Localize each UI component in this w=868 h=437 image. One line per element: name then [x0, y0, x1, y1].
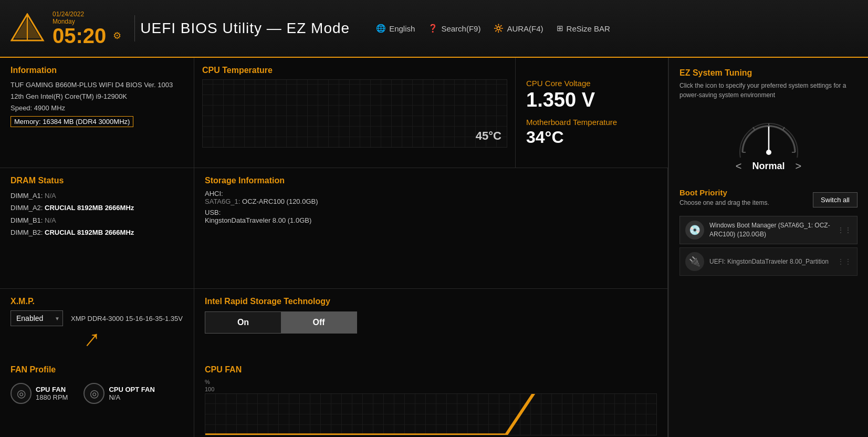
fan-row: FAN Profile ◎ CPU FAN 1880 RPM ◎ CPU OPT… — [0, 357, 668, 437]
system-info-section: Information TUF GAMING B660M-PLUS WIFI D… — [0, 58, 194, 168]
irst-title: Intel Rapid Storage Technology — [205, 297, 657, 306]
dram-title: DRAM Status — [11, 176, 183, 185]
cpu-fan-info: CPU FAN 1880 RPM — [36, 386, 68, 401]
fan-profile-title: FAN Profile — [11, 365, 183, 374]
storage-title: Storage Information — [205, 176, 657, 185]
tuning-mode-label: Normal — [752, 161, 785, 172]
ez-tuning-desc: Click the icon to specify your preferred… — [679, 81, 857, 100]
xmp-row: Enabled Disabled XMP DDR4-3000 15-16-16-… — [11, 310, 183, 326]
boot-item-text-1: UEFI: KingstonDataTraveler 8.00_Partitio… — [709, 257, 832, 266]
storage-usb-label: USB: — [205, 209, 657, 216]
cpu-fan-rpm: 1880 RPM — [36, 393, 68, 401]
boot-disk-icon-1: 🔌 — [685, 252, 704, 271]
speed-info: Speed: 4900 MHz — [11, 102, 183, 114]
search-icon: ❓ — [428, 24, 438, 33]
cpu-fan-name: CPU FAN — [36, 386, 68, 393]
xmp-section: X.M.P. Enabled Disabled XMP DDR4-3000 15… — [0, 289, 194, 357]
board-info: TUF GAMING B660M-PLUS WIFI D4 BIOS Ver. … — [11, 79, 183, 91]
resize-label: ReSize BAR — [567, 24, 610, 33]
boot-item-text-0: Windows Boot Manager (SATA6G_1: OCZ-ARC1… — [709, 221, 832, 239]
irst-section: Intel Rapid Storage Technology On Off — [194, 289, 668, 357]
cpu-fan-percent-label: % — [205, 379, 657, 385]
ez-tuning-section: EZ System Tuning Click the icon to speci… — [679, 68, 857, 183]
dram-b1: DIMM_B1: N/A — [11, 214, 183, 226]
dram-a1: DIMM_A1: N/A — [11, 190, 183, 202]
boot-title-group: Boot Priority Choose one and drag the it… — [679, 188, 769, 212]
aura-label: AURA(F4) — [507, 24, 543, 33]
bottom-row: X.M.P. Enabled Disabled XMP DDR4-3000 15… — [0, 289, 668, 357]
tuning-prev-button[interactable]: < — [736, 160, 742, 172]
cpu-fan-title: CPU FAN — [205, 365, 657, 374]
switch-all-button[interactable]: Switch all — [813, 192, 857, 207]
search-label: Search(F9) — [441, 24, 480, 33]
globe-icon: 🌐 — [376, 24, 386, 33]
xmp-profile-desc: XMP DDR4-3000 15-16-16-35-1.35V — [71, 315, 183, 322]
ez-tuning-title: EZ System Tuning — [679, 68, 857, 78]
xmp-select-wrap[interactable]: Enabled Disabled — [11, 310, 63, 326]
right-panel: EZ System Tuning Click the icon to speci… — [668, 58, 868, 437]
cpu-fan-y-max: 100 — [205, 386, 657, 392]
xmp-title: X.M.P. — [11, 297, 183, 306]
mb-temp-title: Motherboard Temperature — [526, 118, 657, 127]
svg-point-6 — [766, 150, 771, 155]
aura-button[interactable]: 🔆 AURA(F4) — [494, 24, 543, 33]
tuning-next-button[interactable]: > — [796, 160, 802, 172]
tuning-gauge[interactable] — [732, 110, 806, 158]
cpu-temp-section: CPU Temperature 45°C — [194, 58, 516, 168]
xmp-select[interactable]: Enabled Disabled — [11, 310, 63, 326]
mb-temp-value: 34°C — [526, 128, 657, 147]
bios-title: UEFI BIOS Utility — EZ Mode — [140, 20, 350, 36]
cpu-temp-title: CPU Temperature — [202, 66, 507, 75]
fan-profile-section: FAN Profile ◎ CPU FAN 1880 RPM ◎ CPU OPT… — [0, 357, 194, 437]
asus-logo — [11, 13, 45, 44]
search-button[interactable]: ❓ Search(F9) — [428, 24, 480, 33]
cpu-opt-fan-name: CPU OPT FAN — [109, 386, 154, 393]
settings-icon[interactable]: ⚙ — [113, 30, 121, 41]
boot-priority-section: Boot Priority Choose one and drag the it… — [679, 188, 857, 279]
boot-item-1[interactable]: 🔌 UEFI: KingstonDataTraveler 8.00_Partit… — [679, 247, 857, 276]
irst-on-button[interactable]: On — [205, 312, 281, 333]
irst-off-button[interactable]: Off — [281, 312, 357, 333]
main-content: Information TUF GAMING B660M-PLUS WIFI D… — [0, 58, 868, 437]
tuning-nav: < Normal > — [679, 160, 857, 172]
cpu-fan-chart — [205, 393, 657, 435]
cpu-voltage-value: 1.350 V — [526, 89, 657, 111]
dram-b2: DIMM_B2: CRUCIAL 8192MB 2666MHz — [11, 226, 183, 238]
title-block: UEFI BIOS Utility — EZ Mode — [140, 20, 350, 37]
boot-header-row: Boot Priority Choose one and drag the it… — [679, 188, 857, 212]
resize-bar-button[interactable]: ⊞ ReSize BAR — [557, 24, 610, 33]
memory-info-highlight: Memory: 16384 MB (DDR4 3000MHz) — [11, 116, 133, 127]
storage-section: Storage Information AHCI: SATA6G_1: OCZ-… — [194, 168, 668, 288]
xmp-arrow-indicator: ↓ — [77, 327, 104, 356]
boot-priority-desc: Choose one and drag the items. — [679, 199, 769, 206]
language-selector[interactable]: 🌐 English — [376, 24, 415, 33]
resize-icon: ⊞ — [557, 24, 563, 33]
sata-value: OCZ-ARC100 (120.0GB) — [242, 197, 318, 205]
cpu-fan-icon: ◎ — [11, 383, 32, 404]
info-title: Information — [11, 66, 183, 75]
date-display: 01/24/2022 — [53, 11, 121, 18]
mid-row: DRAM Status DIMM_A1: N/A DIMM_A2: CRUCIA… — [0, 168, 668, 289]
voltage-temp-section: CPU Core Voltage 1.350 V Motherboard Tem… — [516, 58, 668, 168]
cpu-temp-value: 45°C — [476, 129, 501, 143]
cpu-opt-fan-info: CPU OPT FAN N/A — [109, 386, 154, 401]
gauge-area[interactable] — [679, 110, 857, 158]
datetime-block: 01/24/2022 Monday 05:20 ⚙ — [53, 11, 121, 47]
irst-toggle[interactable]: On Off — [205, 311, 357, 334]
cpu-opt-fan-rpm: N/A — [109, 393, 154, 401]
storage-usb-value: KingstonDataTraveler 8.00 (1.0GB) — [205, 216, 657, 224]
boot-priority-title: Boot Priority — [679, 188, 769, 197]
top-info-row: Information TUF GAMING B660M-PLUS WIFI D… — [0, 58, 668, 168]
boot-item-drag-1: ⋮⋮ — [837, 257, 852, 266]
dram-a2: DIMM_A2: CRUCIAL 8192MB 2666MHz — [11, 202, 183, 214]
header-divider — [134, 15, 135, 41]
time-display: 05:20 — [53, 25, 106, 46]
left-panel: Information TUF GAMING B660M-PLUS WIFI D… — [0, 58, 668, 437]
dram-section: DRAM Status DIMM_A1: N/A DIMM_A2: CRUCIA… — [0, 168, 194, 288]
boot-item-0[interactable]: 💿 Windows Boot Manager (SATA6G_1: OCZ-AR… — [679, 216, 857, 244]
cpu-temp-graph: 45°C — [202, 79, 507, 148]
cpu-opt-fan-icon: ◎ — [83, 383, 104, 404]
header: 01/24/2022 Monday 05:20 ⚙ UEFI BIOS Util… — [0, 0, 868, 58]
cpu-opt-fan-item: ◎ CPU OPT FAN N/A — [83, 383, 154, 404]
boot-item-drag-0: ⋮⋮ — [837, 226, 852, 234]
